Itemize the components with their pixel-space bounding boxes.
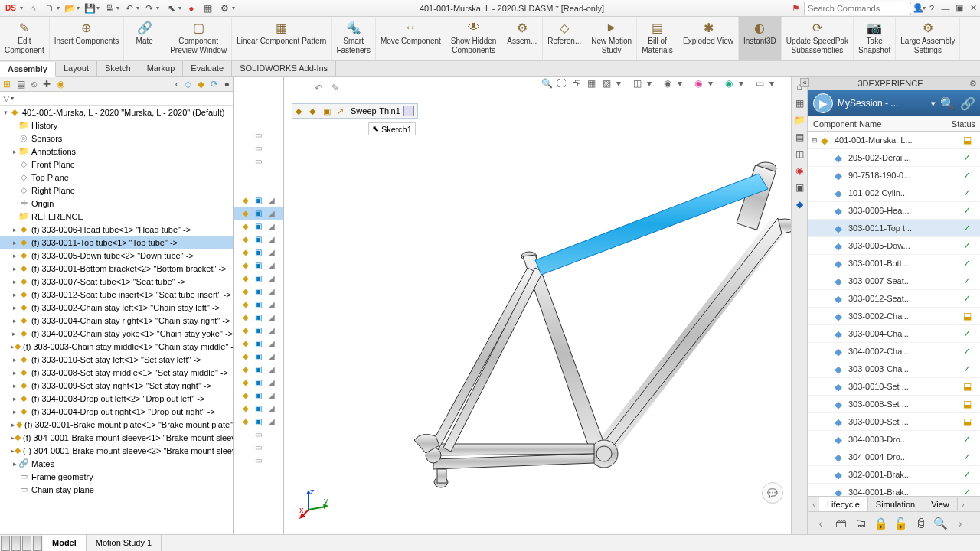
display-manager-tab-icon[interactable]: ◉ <box>57 79 64 90</box>
state-row[interactable]: ◆▣◢ <box>234 259 283 272</box>
tree-row[interactable]: ▸◆(f) 303-0009-Set stay right<1> "Set st… <box>0 379 233 392</box>
rp-session-dropdown-icon[interactable]: ▾ <box>931 99 936 109</box>
sb-tab-model[interactable]: Model <box>43 535 87 551</box>
cmdtab-sketch[interactable]: Sketch <box>97 61 139 76</box>
search-commands-box[interactable]: 🔍▾ <box>804 2 911 15</box>
tp-3dx-icon[interactable]: ◆ <box>792 197 806 211</box>
cmdtab-assembly[interactable]: Assembly <box>0 62 56 77</box>
rp-item[interactable]: ◆303-0005-Dow...✓ <box>808 237 980 255</box>
tree-row[interactable]: 📁REFERENCE <box>0 210 233 223</box>
state-row[interactable]: ◆▣◢ <box>234 376 283 389</box>
ribbon-mate[interactable]: 🔗Mate <box>124 17 165 60</box>
ribbon-smart-fasteners[interactable]: 🔩SmartFasteners <box>332 17 375 60</box>
rp-tab-left-icon[interactable]: ‹ <box>808 500 819 509</box>
state-row[interactable]: ◆▣◢ <box>234 402 283 415</box>
rp-item[interactable]: ◆303-0002-Chai...⬓ <box>808 308 980 325</box>
save-icon[interactable]: 💾 <box>83 2 96 15</box>
new-icon[interactable]: 🗋 <box>43 2 57 15</box>
rp-item[interactable]: ◆303-0003-Chai...✓ <box>808 360 980 378</box>
tree-row[interactable]: ▸🔗Mates <box>0 457 233 470</box>
tree-row[interactable]: ▭Frame geometry <box>0 470 233 483</box>
tree-row[interactable]: ◇Top Plane <box>0 171 233 184</box>
rp-bb-left-icon[interactable]: ‹ <box>812 514 830 533</box>
sb-tab-motion[interactable]: Motion Study 1 <box>87 535 162 551</box>
tree-row[interactable]: ▭Chain stay plane <box>0 483 233 496</box>
ribbon-component-preview-window[interactable]: ▢ComponentPreview Window <box>165 17 232 60</box>
ribbon-large-assembly-settings[interactable]: ⚙Large AssemblySettings <box>896 17 960 60</box>
hide-show-icon[interactable]: ◉ <box>664 78 676 90</box>
ribbon-linear-component-pattern[interactable]: ▦Linear Component Pattern <box>232 17 332 60</box>
state-row[interactable]: ◆▣◢ <box>234 298 283 311</box>
rp-item[interactable]: ◆303-0004-Chai...✓ <box>808 325 980 343</box>
rp-item[interactable]: ◆101-002 Cylin...✓ <box>808 184 980 202</box>
filter-bar[interactable]: ▽ ▾ <box>0 92 233 106</box>
tp-appearances-icon[interactable]: ◉ <box>792 164 806 178</box>
flyout-edit-icon[interactable]: ✎ <box>332 83 344 95</box>
sb-view-ports[interactable] <box>0 535 43 551</box>
rp-bb-lock-icon[interactable]: 🔒 <box>871 514 890 533</box>
edit-appearance-icon[interactable]: ◉ <box>694 78 707 90</box>
rp-collapse-icon[interactable]: « <box>800 78 809 87</box>
zoom-fit-icon[interactable]: 🔍 <box>541 78 554 90</box>
options-icon[interactable]: ▦ <box>201 2 215 15</box>
tp-design-lib-icon[interactable]: 📁 <box>792 113 806 127</box>
open-icon[interactable]: 📂 <box>63 2 77 15</box>
rp-item[interactable]: ◆303-0009-Set ...⬓ <box>808 413 980 431</box>
tree-row[interactable]: ▸◆(f) 303-0008-Set stay middle<1> "Set s… <box>0 366 233 379</box>
rp-item[interactable]: ◆205-002-Derail...✓ <box>808 149 980 167</box>
tree-row[interactable]: ▸📁Annotations <box>0 145 233 158</box>
rp-bb-stack2-icon[interactable]: 🗂 <box>851 514 870 533</box>
tree-row[interactable]: ▸◆(f) 304-0004-Drop out right<1> "Drop o… <box>0 405 233 418</box>
rp-tab-lifecycle[interactable]: Lifecycle <box>819 497 868 511</box>
cmdtab-evaluate[interactable]: Evaluate <box>183 61 232 76</box>
apply-scene-icon[interactable]: ◉ <box>725 78 737 90</box>
help-icon[interactable]: ? <box>925 4 939 13</box>
rp-gear-icon[interactable]: ⚙ <box>969 79 977 89</box>
minimize-icon[interactable]: — <box>939 4 952 13</box>
rp-item[interactable]: ◆304-0001-Brak...✓ <box>808 484 980 496</box>
ribbon-referen-[interactable]: ◇Referen... <box>543 17 586 60</box>
ribbon-bill-of-materials[interactable]: ▤Bill ofMaterials <box>637 17 678 60</box>
state-row[interactable]: ◆▣◢ <box>234 415 283 428</box>
panel-nav-gear-icon[interactable]: ● <box>224 79 230 90</box>
rebuild-icon[interactable]: ● <box>185 2 198 15</box>
ribbon-move-component[interactable]: ↔Move Component <box>376 17 446 60</box>
state-row[interactable]: ◆▣◢ <box>234 324 283 337</box>
ribbon-assem-[interactable]: ⚙Assem... <box>501 17 543 60</box>
property-manager-tab-icon[interactable]: ▤ <box>17 79 25 90</box>
rp-item[interactable]: ◆90-7518-190-0...✓ <box>808 167 980 184</box>
tree-row[interactable]: ▸◆(f) 303-0003-Chain stay middle<1> "Cha… <box>0 340 233 353</box>
tree-row[interactable]: ▸◆(f) 302-0001-Brake mount plate<1> "Bra… <box>0 418 233 431</box>
state-row[interactable]: ◆▣◢ <box>234 311 283 324</box>
state-row[interactable]: ◆▣◢ <box>234 350 283 363</box>
zoom-area-icon[interactable]: ⛶ <box>557 78 569 90</box>
rp-link-icon[interactable]: 🔗 <box>960 96 975 111</box>
rp-item[interactable]: ◆303-0008-Set ...⬓ <box>808 396 980 413</box>
rp-item[interactable]: ◆303-0012-Seat...✓ <box>808 290 980 308</box>
prev-view-icon[interactable]: 🗗 <box>572 78 584 90</box>
state-row[interactable]: ◆▣◢ <box>234 272 283 285</box>
tree-row[interactable]: ✛Origin <box>0 197 233 210</box>
rp-tab-simulation[interactable]: Simulation <box>868 497 923 511</box>
panel-nav-cube-icon[interactable]: ◆ <box>198 79 204 90</box>
tree-row[interactable]: ◇Front Plane <box>0 158 233 171</box>
home-icon[interactable]: ⌂ <box>26 2 40 15</box>
cmdtab-layout[interactable]: Layout <box>56 61 97 76</box>
view-settings-icon[interactable]: ▭ <box>756 78 768 90</box>
print-icon[interactable]: 🖶 <box>103 2 116 15</box>
rp-search-icon[interactable]: 🔍 <box>940 96 956 111</box>
view-triad[interactable]: z y x <box>299 488 330 519</box>
config-manager-tab-icon[interactable]: ⎋ <box>31 79 37 90</box>
close-icon[interactable]: ✕ <box>966 3 980 13</box>
panel-nav-left-icon[interactable]: ‹ <box>175 79 178 90</box>
tree-row[interactable]: ▸◆(f) 304-0002-Chain stay yoke<1> "Chain… <box>0 327 233 340</box>
rp-bb-db-icon[interactable]: 🛢 <box>911 514 929 533</box>
state-row[interactable]: ◆▣◢ <box>234 207 283 220</box>
flag-icon[interactable]: ⚑ <box>789 2 802 15</box>
search-input[interactable] <box>808 4 913 13</box>
tree-row[interactable]: ▸◆(f) 303-0005-Down tube<2> "Down tube" … <box>0 249 233 262</box>
rp-item[interactable]: ◆304-0003-Dro...✓ <box>808 431 980 448</box>
tree-row[interactable]: ◎Sensors <box>0 132 233 145</box>
rp-bb-right-icon[interactable]: › <box>951 514 969 533</box>
cmdtab-markup[interactable]: Markup <box>139 61 184 76</box>
